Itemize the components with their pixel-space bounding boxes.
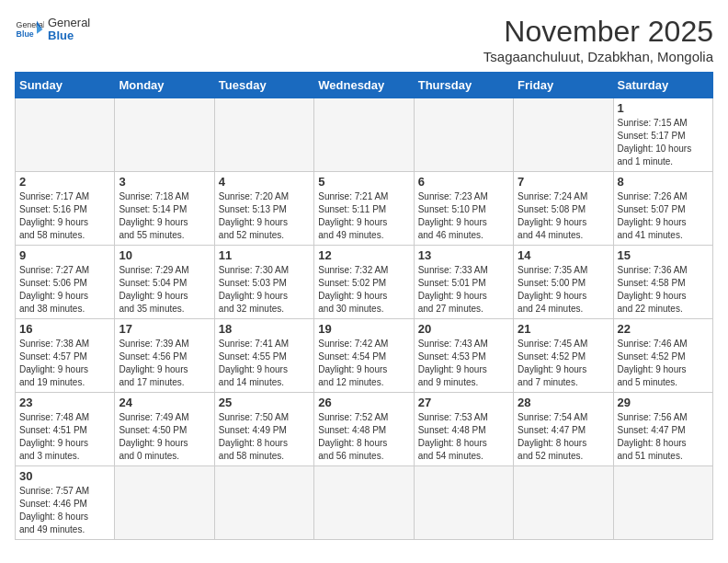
- day-number: 21: [518, 322, 609, 336]
- day-number: 16: [19, 322, 110, 336]
- calendar-cell: 4Sunrise: 7:20 AM Sunset: 5:13 PM Daylig…: [214, 172, 313, 246]
- weekday-header-friday: Friday: [514, 73, 613, 98]
- logo-general-text: General: [48, 17, 90, 29]
- calendar-cell: 23Sunrise: 7:48 AM Sunset: 4:51 PM Dayli…: [16, 393, 115, 466]
- calendar-cell: 15Sunrise: 7:36 AM Sunset: 4:58 PM Dayli…: [613, 246, 712, 319]
- calendar-cell: [115, 98, 214, 172]
- day-info: Sunrise: 7:53 AM Sunset: 4:48 PM Dayligh…: [418, 411, 509, 463]
- calendar-cell: 14Sunrise: 7:35 AM Sunset: 5:00 PM Dayli…: [514, 246, 613, 319]
- calendar-cell: 16Sunrise: 7:38 AM Sunset: 4:57 PM Dayli…: [16, 319, 115, 393]
- svg-text:Blue: Blue: [17, 29, 34, 39]
- weekday-header-wednesday: Wednesday: [314, 73, 414, 98]
- calendar-cell: 11Sunrise: 7:30 AM Sunset: 5:03 PM Dayli…: [214, 246, 313, 319]
- weekday-header-saturday: Saturday: [613, 73, 712, 98]
- calendar-cell: 22Sunrise: 7:46 AM Sunset: 4:52 PM Dayli…: [613, 319, 712, 393]
- calendar-cell: 17Sunrise: 7:39 AM Sunset: 4:56 PM Dayli…: [115, 319, 214, 393]
- day-info: Sunrise: 7:29 AM Sunset: 5:04 PM Dayligh…: [119, 264, 210, 316]
- day-info: Sunrise: 7:49 AM Sunset: 4:50 PM Dayligh…: [119, 411, 210, 463]
- title-block: November 2025 Tsagaanchuluut, Dzabkhan, …: [483, 15, 713, 64]
- day-info: Sunrise: 7:38 AM Sunset: 4:57 PM Dayligh…: [19, 338, 110, 389]
- day-number: 22: [618, 322, 709, 336]
- calendar-cell: 30Sunrise: 7:57 AM Sunset: 4:46 PM Dayli…: [16, 466, 115, 540]
- day-info: Sunrise: 7:41 AM Sunset: 4:55 PM Dayligh…: [219, 338, 310, 389]
- day-number: 3: [119, 175, 210, 189]
- day-number: 20: [418, 322, 509, 336]
- calendar-table: SundayMondayTuesdayWednesdayThursdayFrid…: [15, 72, 713, 540]
- day-info: Sunrise: 7:46 AM Sunset: 4:52 PM Dayligh…: [618, 338, 709, 389]
- day-info: Sunrise: 7:57 AM Sunset: 4:46 PM Dayligh…: [19, 485, 110, 536]
- calendar-cell: 18Sunrise: 7:41 AM Sunset: 4:55 PM Dayli…: [214, 319, 313, 393]
- day-number: 2: [19, 175, 110, 189]
- day-info: Sunrise: 7:30 AM Sunset: 5:03 PM Dayligh…: [219, 264, 310, 316]
- day-number: 18: [219, 322, 310, 336]
- calendar-cell: [613, 466, 712, 540]
- logo-icon: General Blue: [15, 15, 44, 44]
- calendar-week-row: 16Sunrise: 7:38 AM Sunset: 4:57 PM Dayli…: [16, 319, 713, 393]
- day-info: Sunrise: 7:56 AM Sunset: 4:47 PM Dayligh…: [618, 411, 709, 463]
- day-number: 9: [19, 248, 110, 262]
- day-info: Sunrise: 7:24 AM Sunset: 5:08 PM Dayligh…: [518, 190, 609, 242]
- day-number: 7: [518, 175, 609, 189]
- calendar-cell: 9Sunrise: 7:27 AM Sunset: 5:06 PM Daylig…: [16, 246, 115, 319]
- calendar-cell: 21Sunrise: 7:45 AM Sunset: 4:52 PM Dayli…: [514, 319, 613, 393]
- calendar-week-row: 2Sunrise: 7:17 AM Sunset: 5:16 PM Daylig…: [16, 172, 713, 246]
- calendar-cell: 8Sunrise: 7:26 AM Sunset: 5:07 PM Daylig…: [613, 172, 712, 246]
- weekday-header-tuesday: Tuesday: [214, 73, 313, 98]
- day-info: Sunrise: 7:27 AM Sunset: 5:06 PM Dayligh…: [19, 264, 110, 316]
- day-info: Sunrise: 7:54 AM Sunset: 4:47 PM Dayligh…: [518, 411, 609, 463]
- day-number: 1: [618, 101, 709, 115]
- day-info: Sunrise: 7:36 AM Sunset: 4:58 PM Dayligh…: [618, 264, 709, 316]
- page-header: General Blue General Blue November 2025 …: [15, 15, 713, 64]
- calendar-week-row: 9Sunrise: 7:27 AM Sunset: 5:06 PM Daylig…: [16, 246, 713, 319]
- day-info: Sunrise: 7:45 AM Sunset: 4:52 PM Dayligh…: [518, 338, 609, 389]
- calendar-cell: [414, 98, 513, 172]
- calendar-cell: [314, 466, 414, 540]
- calendar-cell: 19Sunrise: 7:42 AM Sunset: 4:54 PM Dayli…: [314, 319, 414, 393]
- calendar-cell: 13Sunrise: 7:33 AM Sunset: 5:01 PM Dayli…: [414, 246, 513, 319]
- day-info: Sunrise: 7:39 AM Sunset: 4:56 PM Dayligh…: [119, 338, 210, 389]
- day-info: Sunrise: 7:21 AM Sunset: 5:11 PM Dayligh…: [318, 190, 409, 242]
- calendar-cell: [16, 98, 115, 172]
- day-number: 28: [518, 396, 609, 409]
- day-number: 24: [119, 396, 210, 409]
- calendar-cell: 6Sunrise: 7:23 AM Sunset: 5:10 PM Daylig…: [414, 172, 513, 246]
- location: Tsagaanchuluut, Dzabkhan, Mongolia: [483, 49, 713, 64]
- weekday-header-monday: Monday: [115, 73, 214, 98]
- calendar-cell: 24Sunrise: 7:49 AM Sunset: 4:50 PM Dayli…: [115, 393, 214, 466]
- calendar-cell: 7Sunrise: 7:24 AM Sunset: 5:08 PM Daylig…: [514, 172, 613, 246]
- day-info: Sunrise: 7:23 AM Sunset: 5:10 PM Dayligh…: [418, 190, 509, 242]
- day-number: 12: [318, 248, 409, 262]
- calendar-cell: 20Sunrise: 7:43 AM Sunset: 4:53 PM Dayli…: [414, 319, 513, 393]
- logo: General Blue General Blue: [15, 15, 90, 44]
- weekday-header-thursday: Thursday: [414, 73, 513, 98]
- calendar-cell: 3Sunrise: 7:18 AM Sunset: 5:14 PM Daylig…: [115, 172, 214, 246]
- calendar-cell: 26Sunrise: 7:52 AM Sunset: 4:48 PM Dayli…: [314, 393, 414, 466]
- calendar-cell: 2Sunrise: 7:17 AM Sunset: 5:16 PM Daylig…: [16, 172, 115, 246]
- calendar-cell: 28Sunrise: 7:54 AM Sunset: 4:47 PM Dayli…: [514, 393, 613, 466]
- day-number: 6: [418, 175, 509, 189]
- day-number: 4: [219, 175, 310, 189]
- day-number: 26: [318, 396, 409, 409]
- day-info: Sunrise: 7:20 AM Sunset: 5:13 PM Dayligh…: [219, 190, 310, 242]
- day-info: Sunrise: 7:17 AM Sunset: 5:16 PM Dayligh…: [19, 190, 110, 242]
- calendar-cell: 25Sunrise: 7:50 AM Sunset: 4:49 PM Dayli…: [214, 393, 313, 466]
- calendar-cell: [115, 466, 214, 540]
- calendar-cell: 12Sunrise: 7:32 AM Sunset: 5:02 PM Dayli…: [314, 246, 414, 319]
- day-info: Sunrise: 7:33 AM Sunset: 5:01 PM Dayligh…: [418, 264, 509, 316]
- day-number: 5: [318, 175, 409, 189]
- day-number: 8: [618, 175, 709, 189]
- day-number: 17: [119, 322, 210, 336]
- day-info: Sunrise: 7:35 AM Sunset: 5:00 PM Dayligh…: [518, 264, 609, 316]
- day-info: Sunrise: 7:15 AM Sunset: 5:17 PM Dayligh…: [618, 117, 709, 168]
- day-info: Sunrise: 7:42 AM Sunset: 4:54 PM Dayligh…: [318, 338, 409, 389]
- calendar-cell: [214, 466, 313, 540]
- calendar-week-row: 30Sunrise: 7:57 AM Sunset: 4:46 PM Dayli…: [16, 466, 713, 540]
- day-number: 19: [318, 322, 409, 336]
- day-info: Sunrise: 7:18 AM Sunset: 5:14 PM Dayligh…: [119, 190, 210, 242]
- day-number: 30: [19, 469, 110, 483]
- day-number: 23: [19, 396, 110, 409]
- calendar-week-row: 1Sunrise: 7:15 AM Sunset: 5:17 PM Daylig…: [16, 98, 713, 172]
- day-info: Sunrise: 7:52 AM Sunset: 4:48 PM Dayligh…: [318, 411, 409, 463]
- calendar-cell: [514, 466, 613, 540]
- day-info: Sunrise: 7:50 AM Sunset: 4:49 PM Dayligh…: [219, 411, 310, 463]
